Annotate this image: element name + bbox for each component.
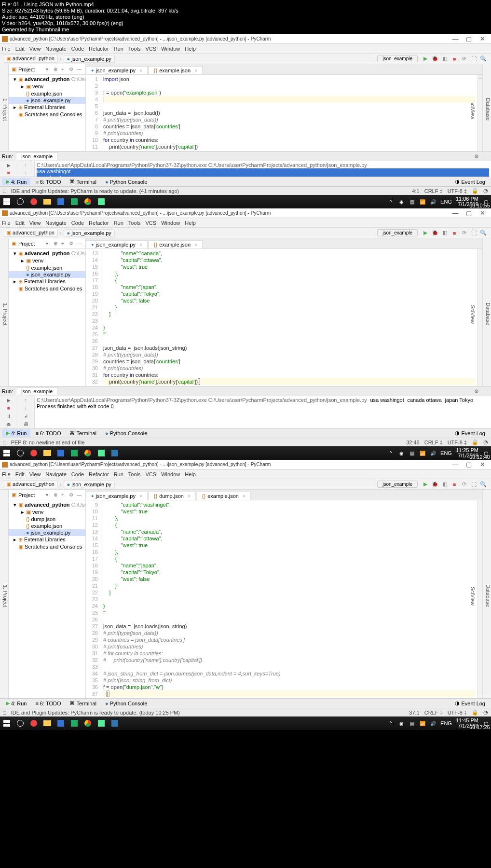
menu-file[interactable]: File [2,220,11,226]
tree-scratches[interactable]: ▣ Scratches and Consoles [9,543,85,551]
cortana-icon[interactable] [15,448,25,458]
settings-button[interactable]: ⛶ [470,481,477,488]
tray-chevron-icon[interactable]: ^ [387,720,394,727]
tree-json-example-py[interactable]: ● json_example.py [9,97,85,104]
menu-help[interactable]: Help [185,220,196,226]
app-icon-1[interactable] [56,448,66,458]
search-button[interactable]: 🔍 [480,481,487,488]
debug-button[interactable]: 🐞 [432,481,438,488]
menu-edit[interactable]: Edit [15,220,25,226]
status-lock-icon[interactable]: 🔒 [472,439,478,445]
breadcrumb-root[interactable]: ▣ advanced_python [3,55,58,63]
chevron-down-icon[interactable]: ▾ [46,241,52,247]
menu-window[interactable]: Window [161,220,180,226]
status-encoding[interactable]: UTF-8 ‡ [448,440,467,445]
tab-python-console[interactable]: ●Python Console [101,700,151,707]
down-icon[interactable]: ↓ [23,170,29,176]
tree-example-json[interactable]: {} example.json [9,90,85,97]
menu-window[interactable]: Window [161,471,180,477]
tab-event-log[interactable]: ◑Event Log [451,429,489,437]
code-editor[interactable]: 1314151617181920212223242526272829303132… [86,249,482,386]
app-icon-1[interactable] [56,718,66,728]
tree-venv[interactable]: ▸▣ venv [9,509,85,516]
wifi-icon[interactable]: 📶 [419,720,426,727]
close-icon[interactable]: × [139,68,142,73]
code-editor[interactable]: 9101112131415161718192021222324252627282… [86,500,482,698]
gear-icon[interactable]: ⚙ [474,153,481,160]
search-button[interactable]: 🔍 [480,230,487,236]
target-icon[interactable]: ⊕ [54,492,59,498]
tab-terminal[interactable]: ⌘Terminal [66,178,100,185]
opera-icon[interactable] [29,448,39,458]
chevron-down-icon[interactable]: ▾ [46,492,52,498]
breadcrumb-root[interactable]: ▣ advanced_python [3,229,58,237]
app-icon-2[interactable] [69,448,79,458]
hide-icon[interactable]: — [482,153,489,159]
menu-view[interactable]: View [29,220,41,226]
tree-root[interactable]: ▾▣ advanced_python C:\Users\user\Pycharm [9,501,85,509]
stop-button[interactable]: ■ [451,481,458,488]
status-encoding[interactable]: UTF-8 ‡ [448,188,467,194]
hide-icon[interactable]: — [77,241,82,247]
tab-todo[interactable]: ≡6: TODO [31,430,65,437]
menu-view[interactable]: View [29,471,41,477]
tab-example-json[interactable]: {}example.json× [149,66,203,74]
close-icon[interactable]: × [194,68,197,73]
tab-terminal[interactable]: ⌘Terminal [66,700,100,707]
close-icon[interactable]: × [139,494,142,499]
menu-vcs[interactable]: VCS [146,220,157,226]
menu-navigate[interactable]: Navigate [45,220,66,226]
tree-scratches[interactable]: ▣ Scratches and Consoles [9,111,85,118]
menu-vcs[interactable]: VCS [146,471,157,477]
app-icon-2[interactable] [69,718,79,728]
network-icon[interactable]: ▤ [409,720,415,727]
tab-terminal[interactable]: ⌘Terminal [66,429,100,437]
network-icon[interactable]: ▤ [409,450,415,456]
stop-button[interactable]: ■ [5,405,12,411]
minimize-button[interactable]: — [449,35,462,42]
run-button[interactable]: ▶ [422,230,429,236]
code-editor[interactable]: 1234567891011 import json f = open("exam… [86,75,482,151]
menu-navigate[interactable]: Navigate [45,46,66,52]
coverage-button[interactable]: ◧ [441,55,448,62]
chrome-icon[interactable] [83,197,93,207]
sync-icon[interactable]: ◉ [398,720,405,727]
tab-todo[interactable]: ≡6: TODO [31,700,65,707]
gear-icon[interactable]: ⚙ [69,492,75,498]
run-output[interactable]: C:\Users\user\AppData\Local\Programs\Pyt… [35,161,491,177]
close-button[interactable]: ✕ [476,209,489,217]
hide-icon[interactable]: — [77,67,82,72]
tray-chevron-icon[interactable]: ^ [387,450,394,456]
tab-json-example-py[interactable]: ●json_example.py× [86,240,148,248]
tree-scratches[interactable]: ▣ Scratches and Consoles [9,285,85,292]
run-config-selector[interactable]: json_example [377,481,418,488]
tree-venv[interactable]: ▸▣ venv [9,83,85,90]
start-button[interactable] [2,197,12,207]
cortana-icon[interactable] [15,197,25,207]
maximize-button[interactable]: ▢ [462,209,476,217]
menu-refactor[interactable]: Refactor [89,471,109,477]
breadcrumb-root[interactable]: ▣ advanced_python [3,480,58,488]
gear-icon[interactable]: ⚙ [69,241,75,247]
run-tab[interactable]: json_example [16,387,58,395]
language-indicator[interactable]: ENG [440,720,452,726]
project-tool-tab[interactable]: 1: Project [2,303,8,325]
tree-venv[interactable]: ▸▣ venv [9,257,85,264]
tree-external-libs[interactable]: ▸⊞ External Libraries [9,536,85,543]
maximize-button[interactable]: ▢ [462,461,476,468]
tab-todo[interactable]: ≡6: TODO [31,179,65,185]
pause-icon[interactable]: ⏸ [5,413,12,419]
tab-run[interactable]: ▶4: Run [2,429,30,437]
menu-edit[interactable]: Edit [15,471,25,477]
menu-tools[interactable]: Tools [128,471,141,477]
minimize-button[interactable]: — [449,209,462,217]
file-explorer-icon[interactable] [42,718,52,728]
tree-example-json[interactable]: {} example.json [9,523,85,529]
maximize-button[interactable]: ▢ [462,35,476,42]
tab-json-example-py[interactable]: ●json_example.py× [86,492,148,500]
collapse-icon[interactable]: ÷ [61,67,67,72]
up-icon[interactable]: ↑ [23,397,29,403]
code-content[interactable]: "capital":"washingot", "west": true }, {… [101,500,477,698]
hide-icon[interactable]: — [482,388,489,394]
breadcrumb-file[interactable]: ● json_example.py [64,481,115,488]
